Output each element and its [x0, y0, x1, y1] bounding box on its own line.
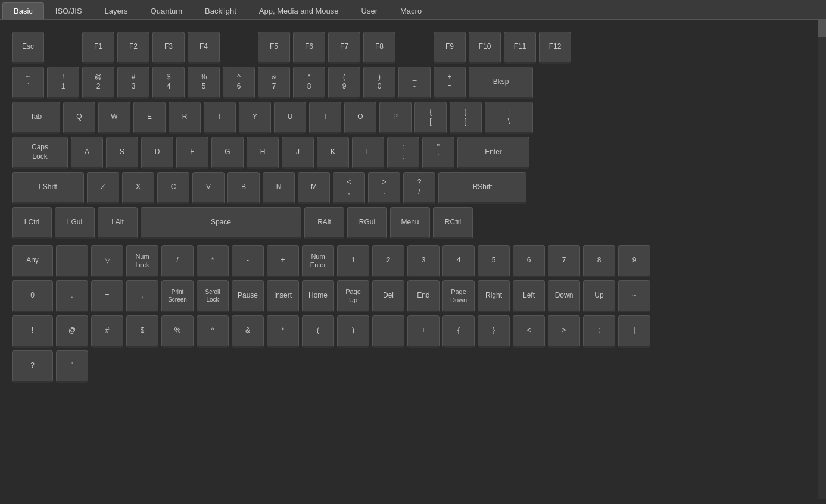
key-num3[interactable]: 3 [407, 245, 440, 277]
key-lparen[interactable]: ( [302, 315, 334, 348]
scrollbar-track[interactable] [818, 20, 826, 499]
key-capslock[interactable]: Caps Lock [12, 137, 68, 169]
key-amp[interactable]: & [232, 315, 264, 348]
key-n[interactable]: N [263, 172, 295, 204]
key-num5[interactable]: 5 [478, 245, 510, 277]
key-right[interactable]: Right [478, 280, 510, 312]
key-f[interactable]: F [176, 137, 208, 169]
key-d[interactable]: D [141, 137, 173, 169]
key-down-triangle[interactable]: ▽ [91, 245, 123, 277]
key-delete[interactable]: Del [372, 280, 404, 312]
key-f2[interactable]: F2 [117, 32, 149, 64]
key-home[interactable]: Home [302, 280, 334, 312]
key-7[interactable]: & 7 [258, 67, 290, 99]
key-excl[interactable]: ! [12, 315, 53, 348]
tab-basic[interactable]: Basic [2, 2, 44, 19]
scrollbar-thumb[interactable] [818, 20, 826, 37]
key-k[interactable]: K [317, 137, 349, 169]
key-question[interactable]: ? [12, 350, 53, 383]
key-rshift[interactable]: RShift [438, 172, 526, 204]
key-6[interactable]: ^ 6 [223, 67, 255, 99]
key-backspace[interactable]: Bksp [469, 67, 533, 99]
tab-user[interactable]: User [350, 2, 389, 19]
key-s[interactable]: S [106, 137, 138, 169]
key-f5[interactable]: F5 [258, 32, 290, 64]
key-num8[interactable]: 8 [583, 245, 615, 277]
key-pagedown[interactable]: Page Down [442, 280, 475, 312]
key-b[interactable]: B [227, 172, 260, 204]
key-pause[interactable]: Pause [232, 280, 264, 312]
key-numplus[interactable]: + [267, 245, 299, 277]
key-rgui[interactable]: RGui [347, 207, 387, 239]
key-lbracket[interactable]: { [ [414, 102, 447, 134]
key-arrowup[interactable]: Up [583, 280, 615, 312]
key-lgui[interactable]: LGui [55, 207, 95, 239]
key-w[interactable]: W [98, 102, 130, 134]
key-colon[interactable]: : [583, 315, 615, 348]
key-numenter[interactable]: Num Enter [302, 245, 334, 277]
key-dquote[interactable]: " [56, 350, 88, 383]
key-num9[interactable]: 9 [618, 245, 650, 277]
key-0[interactable]: ) 0 [363, 67, 395, 99]
key-pageup[interactable]: Page Up [337, 280, 369, 312]
tab-app-media-mouse[interactable]: App, Media and Mouse [248, 2, 350, 19]
key-arrowdown[interactable]: Down [548, 280, 580, 312]
key-p[interactable]: P [379, 102, 412, 134]
key-caret[interactable]: ^ [197, 315, 229, 348]
key-at[interactable]: @ [56, 315, 88, 348]
key-printscreen[interactable]: Print Screen [161, 280, 194, 312]
key-space[interactable]: Space [141, 207, 301, 239]
key-num1[interactable]: 1 [337, 245, 369, 277]
key-q[interactable]: Q [63, 102, 95, 134]
key-insert[interactable]: Insert [267, 280, 299, 312]
key-num0[interactable]: 0 [12, 280, 53, 312]
key-menu[interactable]: Menu [390, 207, 430, 239]
key-rbracket[interactable]: } ] [450, 102, 482, 134]
key-dollar[interactable]: $ [126, 315, 158, 348]
key-lctrl[interactable]: LCtrl [12, 207, 52, 239]
key-percent[interactable]: % [161, 315, 194, 348]
key-y[interactable]: Y [239, 102, 271, 134]
key-rctrl[interactable]: RCtrl [433, 207, 473, 239]
key-comma[interactable]: < , [333, 172, 365, 204]
tab-isojis[interactable]: ISO/JIS [44, 2, 93, 19]
key-slash[interactable]: ? / [403, 172, 435, 204]
key-numstar[interactable]: * [197, 245, 229, 277]
key-tab[interactable]: Tab [12, 102, 60, 134]
key-j[interactable]: J [282, 137, 314, 169]
key-scrolllock[interactable]: Scroll Lock [197, 280, 229, 312]
key-tilde[interactable]: ~ ` [12, 67, 44, 99]
key-z[interactable]: Z [87, 172, 119, 204]
key-esc[interactable]: Esc [12, 32, 44, 64]
key-f1[interactable]: F1 [82, 32, 114, 64]
key-equals[interactable]: + = [434, 67, 466, 99]
key-m[interactable]: M [298, 172, 330, 204]
tab-layers[interactable]: Layers [93, 2, 139, 19]
key-i[interactable]: I [309, 102, 341, 134]
key-e[interactable]: E [133, 102, 166, 134]
tab-quantum[interactable]: Quantum [139, 2, 194, 19]
key-lalt[interactable]: LAlt [98, 207, 138, 239]
key-num7[interactable]: 7 [548, 245, 580, 277]
key-backslash[interactable]: | \ [485, 102, 533, 134]
key-rparen[interactable]: ) [337, 315, 369, 348]
key-f3[interactable]: F3 [152, 32, 185, 64]
key-ralt[interactable]: RAlt [304, 207, 344, 239]
key-num2[interactable]: 2 [372, 245, 404, 277]
key-any[interactable]: Any [12, 245, 53, 277]
key-a[interactable]: A [71, 137, 103, 169]
key-f4[interactable]: F4 [188, 32, 220, 64]
key-plus2[interactable]: + [407, 315, 440, 348]
key-underscore[interactable]: _ [372, 315, 404, 348]
key-f10[interactable]: F10 [469, 32, 501, 64]
key-end[interactable]: End [407, 280, 440, 312]
tab-backlight[interactable]: Backlight [194, 2, 248, 19]
key-lshift[interactable]: LShift [12, 172, 84, 204]
key-f12[interactable]: F12 [539, 32, 571, 64]
key-9[interactable]: ( 9 [328, 67, 360, 99]
key-x[interactable]: X [122, 172, 154, 204]
key-quote[interactable]: " ' [422, 137, 454, 169]
key-f11[interactable]: F11 [504, 32, 536, 64]
key-t[interactable]: T [204, 102, 236, 134]
key-numequals[interactable]: = [91, 280, 123, 312]
